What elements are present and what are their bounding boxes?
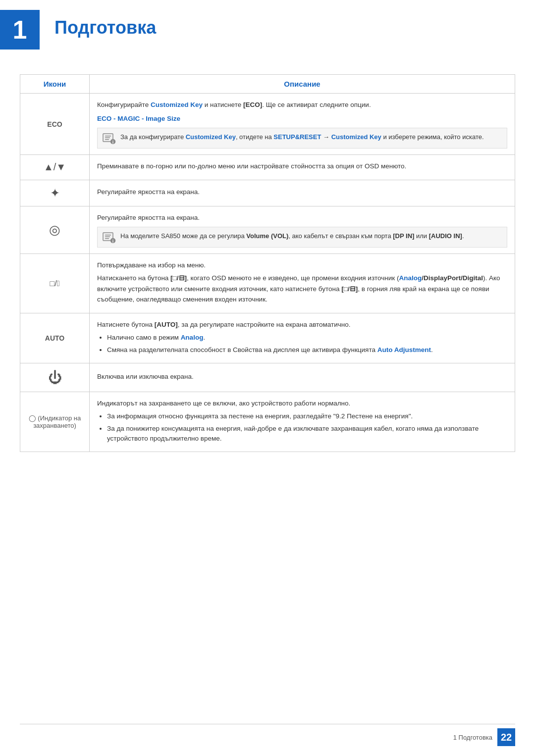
desc-highlight-0: ECO - MAGIC - Image Size — [97, 113, 507, 124]
page-header: 1 Подготовка — [0, 0, 535, 59]
target-icon: ◎ — [49, 222, 60, 237]
source-switch-icon: □/⃝ — [50, 279, 60, 288]
icon-cell-5: AUTO — [20, 313, 90, 363]
desc-cell-5: Натиснете бутона [AUTO], за да регулират… — [90, 313, 515, 363]
footer-chapter-label: 1 Подготовка — [453, 734, 492, 741]
note-icon-3: i — [103, 232, 116, 243]
desc-cell-4: Потвърждаване на избор на меню.Натискане… — [90, 254, 515, 313]
eco-icon-label: ECO — [47, 120, 62, 128]
bullet-list-5: Налично само в режим Analog.Смяна на раз… — [97, 333, 507, 355]
footer-page-number: 22 — [497, 728, 515, 746]
desc-text-1-0: Преминавате в по-горно или по-долно меню… — [97, 161, 507, 172]
note-icon-0: i — [103, 133, 116, 144]
svg-rect-7 — [105, 235, 111, 236]
chapter-number-block: 1 — [0, 10, 40, 50]
icon-cell-4: □/⃝ — [20, 254, 90, 313]
power-indicator-icon: ◯ (Индикатор на захранването) — [29, 414, 81, 429]
bullet-item-7-0: За информация относно функцията за песте… — [107, 411, 507, 421]
bullet-list-7: За информация относно функцията за песте… — [97, 411, 507, 444]
bullet-item-5-1: Смяна на разделителната способност в Сво… — [107, 345, 507, 355]
power-icon: ⏻ — [48, 370, 62, 385]
svg-rect-9 — [105, 238, 109, 239]
desc-cell-0: Конфигурирайте Customized Key и натиснет… — [90, 94, 515, 155]
desc-cell-7: Индикаторът на захранването ще се включи… — [90, 392, 515, 452]
icon-cell-2: ✦ — [20, 180, 90, 206]
arrows-icon: ▲/▼ — [44, 161, 66, 172]
svg-rect-1 — [105, 136, 111, 137]
icon-cell-7: ◯ (Индикатор на захранването) — [20, 392, 90, 452]
desc-cell-3: Регулирайте яркостта на екрана. i На мод… — [90, 206, 515, 254]
icon-cell-0: ECO — [20, 94, 90, 155]
col-icons-header: Икони — [20, 75, 90, 94]
desc-text-2-0: Регулирайте яркостта на екрана. — [97, 187, 507, 198]
icon-cell-1: ▲/▼ — [20, 155, 90, 180]
auto-icon-label: AUTO — [45, 334, 64, 342]
svg-text:i: i — [112, 239, 114, 243]
note-text-0: За да конфигурирате Customized Key, отид… — [120, 132, 484, 142]
desc-cell-6: Включва или изключва екрана. — [90, 363, 515, 392]
note-box-3: i На моделите SA850 може да се регулира … — [97, 227, 507, 248]
desc-text-7-0: Индикаторът на захранването ще се включи… — [97, 398, 507, 409]
svg-rect-3 — [105, 139, 109, 140]
icon-cell-6: ⏻ — [20, 363, 90, 392]
svg-rect-8 — [105, 237, 110, 238]
icon-cell-3: ◎ — [20, 206, 90, 254]
chapter-title: Подготовка — [50, 10, 156, 38]
bullet-item-7-1: За да понижитер консумацията на енергия,… — [107, 424, 507, 444]
page-footer: 1 Подготовка 22 — [20, 724, 515, 746]
desc-text-4-0: Потвърждаване на избор на меню. — [97, 260, 507, 271]
desc-cell-1: Преминавате в по-горно или по-долно меню… — [90, 155, 515, 180]
chapter-number: 1 — [13, 15, 27, 45]
desc-text-6-0: Включва или изключва екрана. — [97, 371, 507, 382]
col-desc-header: Описание — [90, 75, 515, 94]
bullet-item-5-0: Налично само в режим Analog. — [107, 333, 507, 343]
note-text-3: На моделите SA850 може да се регулира Vo… — [120, 231, 464, 241]
svg-text:i: i — [112, 140, 114, 144]
svg-rect-2 — [105, 138, 110, 139]
desc-cell-2: Регулирайте яркостта на екрана. — [90, 180, 515, 206]
note-box-0: i За да конфигурирате Customized Key, от… — [97, 128, 507, 149]
desc-text-4-1: Натискането на бутона [□/⊟], когато OSD … — [97, 273, 507, 305]
sun-icon: ✦ — [50, 186, 60, 200]
desc-text-0-0: Конфигурирайте Customized Key и натиснет… — [97, 100, 507, 110]
content-area: Икони Описание ECOКонфигурирайте Customi… — [0, 74, 535, 482]
desc-text-3-0: Регулирайте яркостта на екрана. — [97, 212, 507, 223]
main-table: Икони Описание ECOКонфигурирайте Customi… — [20, 74, 515, 452]
desc-text-5-0: Натиснете бутона [AUTO], за да регулират… — [97, 319, 507, 330]
